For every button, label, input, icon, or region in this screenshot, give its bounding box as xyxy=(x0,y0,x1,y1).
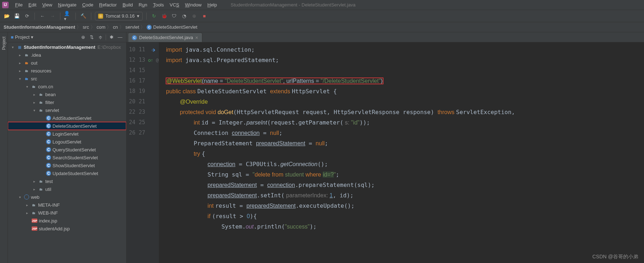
tree-class-addstudent[interactable]: CAddStudentServlet xyxy=(8,114,126,122)
tree-folder-webinf[interactable]: 🖿WEB-INF xyxy=(8,209,126,217)
crumb-src[interactable]: src xyxy=(83,24,89,30)
separator xyxy=(146,13,147,20)
tab-label: DeleteStudentServlet.java xyxy=(139,35,193,40)
tree-class-querystudent[interactable]: CQueryStudentServlet xyxy=(8,146,126,154)
tree-package-test[interactable]: 🖿test xyxy=(8,177,126,185)
tool-window-strip-left: Project xyxy=(0,32,8,263)
stop-button[interactable]: ■ xyxy=(201,12,208,20)
tree-package-comcn[interactable]: 🖿com.cn xyxy=(8,83,126,90)
menu-refactor[interactable]: Refactor xyxy=(96,0,120,10)
forward-button[interactable]: → xyxy=(49,12,56,20)
editor-body: 10 11 12 13 14 15 16 17 18 19 20 21 22 2… xyxy=(126,42,644,263)
tree-root[interactable]: ▦ StudentInformationManagement E:\Dropbo… xyxy=(8,43,126,51)
debug-button[interactable]: 🐞 xyxy=(160,12,168,20)
run-configuration-select[interactable]: Tomcat 9.0.16 ▾ xyxy=(95,12,143,20)
tree-folder-src[interactable]: 🖿src xyxy=(8,75,126,83)
profile-button[interactable]: 👤▾ xyxy=(64,12,72,20)
gutter-icons[interactable]: ⬗ o↑ @ xyxy=(148,42,159,263)
crumb-com[interactable]: com xyxy=(97,24,106,30)
menu-edit[interactable]: Edit xyxy=(26,0,39,10)
app-icon: IJ xyxy=(2,2,9,8)
run-button[interactable]: ↻ xyxy=(150,12,158,20)
tree-package-servlet[interactable]: 🖿servlet xyxy=(8,106,126,114)
project-view-select[interactable]: ■ Project ▾ xyxy=(11,34,33,40)
tree-folder-idea[interactable]: 🖿.idea xyxy=(8,51,126,59)
hide-icon[interactable]: — xyxy=(117,34,123,41)
crumb-class[interactable]: CDeleteStudentServlet xyxy=(147,24,197,30)
back-button[interactable]: ← xyxy=(38,12,46,20)
crumb-project[interactable]: StudentInformationManagement xyxy=(4,24,75,30)
menu-vcs[interactable]: VCS xyxy=(167,0,182,10)
save-all-button[interactable]: 💾 xyxy=(13,12,21,20)
build-button[interactable]: 🔨 xyxy=(79,12,87,20)
nav-breadcrumbs: StudentInformationManagement〉 src〉 com〉 … xyxy=(0,22,644,32)
close-tab-icon[interactable]: × xyxy=(195,35,198,41)
locate-icon[interactable]: ⊕ xyxy=(80,34,86,41)
main-split: Project ■ Project ▾ ⊕ ⇅ ≑ ✱ — ▦ StudentI… xyxy=(0,32,644,263)
tree-folder-web[interactable]: web xyxy=(8,193,126,201)
coverage-button[interactable]: 🛡 xyxy=(170,12,178,20)
crumb-servlet[interactable]: servlet xyxy=(125,24,139,30)
profiler-button[interactable]: ◔ xyxy=(180,12,188,20)
tree-folder-out[interactable]: 🖿out xyxy=(8,59,126,67)
tree-package-util[interactable]: 🖿util xyxy=(8,185,126,193)
collapse-icon[interactable]: ≑ xyxy=(97,34,104,41)
menu-tools[interactable]: Tools xyxy=(150,0,167,10)
class-icon: C xyxy=(132,35,137,40)
tree-folder-resources[interactable]: 🖿resources xyxy=(8,67,126,75)
main-toolbar: 📂 💾 ⟳ ← → 👤▾ 🔨 Tomcat 9.0.16 ▾ ↻ 🐞 🛡 ◔ ⊕… xyxy=(0,10,644,22)
project-header: ■ Project ▾ ⊕ ⇅ ≑ ✱ — xyxy=(8,32,126,42)
tree-folder-metainf[interactable]: 🖿META-INF xyxy=(8,201,126,209)
separator xyxy=(60,13,60,20)
watermark: CSDN @谷哥的小弟 xyxy=(592,254,638,260)
editor-tab-deletestudentservlet[interactable]: C DeleteStudentServlet.java × xyxy=(128,33,202,42)
expand-all-icon[interactable]: ⇅ xyxy=(88,34,95,41)
menu-view[interactable]: View xyxy=(39,0,55,10)
tree-class-login[interactable]: CLoginServlet xyxy=(8,130,126,138)
crumb-cn[interactable]: cn xyxy=(113,24,118,30)
editor-area: C DeleteStudentServlet.java × 10 11 12 1… xyxy=(126,32,644,263)
tree-class-searchstudent[interactable]: CSearchStudentServlet xyxy=(8,154,126,161)
tomcat-icon xyxy=(98,14,103,19)
menu-file[interactable]: File xyxy=(12,0,26,10)
dropdown-arrow-icon: ▾ xyxy=(137,13,139,19)
project-tree[interactable]: ▦ StudentInformationManagement E:\Dropbo… xyxy=(8,42,126,263)
tree-file-studentaddjsp[interactable]: JSPstudentAdd.jsp xyxy=(8,225,126,233)
attach-button[interactable]: ⊕ xyxy=(190,12,198,20)
menu-navigate[interactable]: Navigate xyxy=(55,0,79,10)
settings-icon[interactable]: ✱ xyxy=(108,34,115,41)
menu-window[interactable]: Window xyxy=(182,0,204,10)
project-tool-window: ■ Project ▾ ⊕ ⇅ ≑ ✱ — ▦ StudentInformati… xyxy=(8,32,126,263)
tree-class-updatestudent[interactable]: CUpdateStudentServlet xyxy=(8,169,126,177)
tree-class-deletestudent[interactable]: CDeleteStudentServlet xyxy=(8,122,126,130)
line-number-gutter[interactable]: 10 11 12 13 14 15 16 17 18 19 20 21 22 2… xyxy=(126,42,148,263)
class-icon: C xyxy=(147,25,152,30)
menu-code[interactable]: Code xyxy=(79,0,96,10)
menu-run[interactable]: Run xyxy=(136,0,150,10)
menu-bar: IJ File Edit View Navigate Code Refactor… xyxy=(0,0,644,10)
sync-button[interactable]: ⟳ xyxy=(23,12,31,20)
project-toolwindow-tab[interactable]: Project xyxy=(1,35,6,51)
window-title: StudentInformationManagement - DeleteStu… xyxy=(231,2,356,8)
separator xyxy=(75,13,76,20)
separator xyxy=(34,13,35,20)
menu-help[interactable]: Help xyxy=(204,0,220,10)
tree-package-filter[interactable]: 🖿filter xyxy=(8,98,126,106)
menu-build[interactable]: Build xyxy=(120,0,136,10)
run-config-label: Tomcat 9.0.16 xyxy=(105,13,135,19)
editor-tabs: C DeleteStudentServlet.java × xyxy=(126,32,644,42)
code-editor[interactable]: import java.sql.Connection; import java.… xyxy=(159,42,644,263)
open-button[interactable]: 📂 xyxy=(3,12,11,20)
tree-class-showstudent[interactable]: CShowStudentServlet xyxy=(8,161,126,169)
tree-package-bean[interactable]: 🖿bean xyxy=(8,90,126,98)
tree-file-indexjsp[interactable]: JSPindex.jsp xyxy=(8,217,126,225)
tree-class-logout[interactable]: CLogoutServlet xyxy=(8,138,126,146)
separator xyxy=(91,13,91,20)
